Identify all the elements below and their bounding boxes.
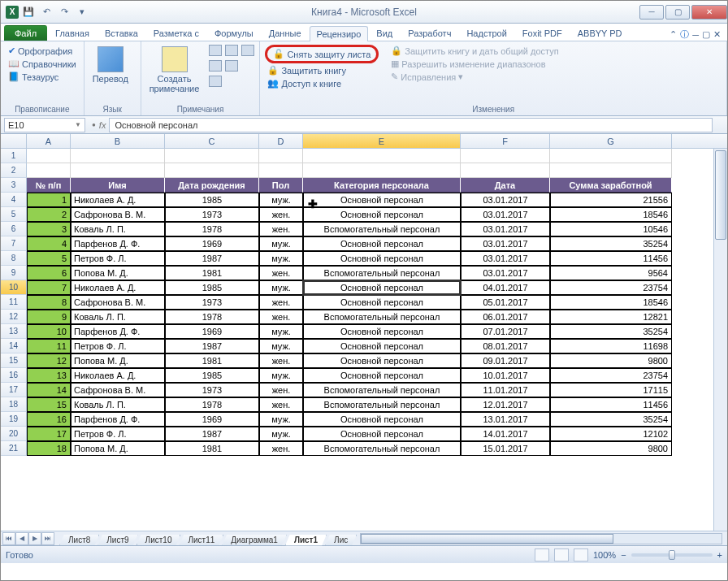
name-box[interactable]: E10 ▼ [4,118,85,132]
tab-abbyy pd[interactable]: ABBYY PD [570,25,630,41]
cell[interactable]: 13 [27,368,71,383]
cell[interactable]: 21556 [550,193,672,207]
zoom-out-button[interactable]: − [621,550,626,560]
cell[interactable]: 1987 [165,251,259,266]
cell[interactable]: 10.01.2017 [461,368,550,383]
sheet-tab[interactable]: Лист8 [59,535,99,546]
cell[interactable] [71,149,165,163]
row-header[interactable]: 16 [1,368,27,383]
table-header[interactable]: Имя [71,178,165,193]
cell[interactable]: 1969 [165,412,259,427]
row-header[interactable]: 10 [1,280,27,295]
new-comment-button[interactable]: Создать примечание [146,45,203,95]
row-header[interactable]: 19 [1,412,27,427]
cell[interactable] [550,163,672,178]
sheet-nav-next[interactable]: ▶ [28,532,41,545]
select-all-corner[interactable] [1,134,27,148]
cell[interactable]: Вспомогательный персонал [303,383,461,397]
col-header-C[interactable]: C [165,134,259,148]
cell[interactable]: Петров Ф. Л. [71,251,165,266]
tab-формулы[interactable]: Формулы [207,25,261,41]
name-dropdown-icon[interactable]: ▼ [75,121,81,128]
cell[interactable]: 23754 [550,280,672,295]
cell[interactable]: жен. [259,222,303,236]
cell[interactable]: 9800 [550,353,672,368]
cell[interactable]: 12.01.2017 [461,397,550,412]
cell[interactable]: 1981 [165,441,259,456]
cell[interactable]: 03.01.2017 [461,207,550,222]
minimize-button[interactable]: ─ [639,5,664,20]
row-header[interactable]: 18 [1,397,27,412]
horizontal-scrollbar[interactable] [360,533,722,544]
zoom-in-button[interactable]: + [717,550,722,560]
cell[interactable]: 13.01.2017 [461,412,550,427]
table-header[interactable]: Дата [461,178,550,193]
cell[interactable]: Попова М. Д. [71,441,165,456]
table-header[interactable]: Категория персонала [303,178,461,193]
cell[interactable]: 12 [27,353,71,368]
cell[interactable]: 1978 [165,222,259,236]
cell[interactable]: жен. [259,207,303,222]
row-header[interactable]: 3 [1,178,27,193]
cell[interactable] [165,149,259,163]
cell[interactable]: муж. [259,412,303,427]
cell[interactable] [461,149,550,163]
cell[interactable]: 7 [27,280,71,295]
cell[interactable]: 17 [27,427,71,441]
cell[interactable]: Основной персонал [303,251,461,266]
qat-redo-icon[interactable]: ↷ [56,4,72,20]
cell[interactable]: Парфенов Д. Ф. [71,412,165,427]
col-header-A[interactable]: A [27,134,71,148]
row-header[interactable]: 2 [1,163,27,178]
cell[interactable]: жен. [259,266,303,280]
col-header-G[interactable]: G [550,134,672,148]
cell[interactable]: Коваль Л. П. [71,397,165,412]
cell[interactable] [550,149,672,163]
cell[interactable]: 14 [27,383,71,397]
mdi-restore-icon[interactable]: ▢ [702,29,710,40]
research-button[interactable]: 📖Справочники [6,58,79,70]
row-header[interactable]: 17 [1,383,27,397]
cell[interactable]: жен. [259,441,303,456]
cell[interactable]: 12821 [550,310,672,324]
cell[interactable]: Основной персонал [303,193,461,207]
allow-ranges-button[interactable]: ▦Разрешить изменение диапазонов [388,58,561,70]
cell[interactable]: 14.01.2017 [461,427,550,441]
next-comment-icon[interactable] [241,45,254,56]
cell[interactable]: 05.01.2017 [461,295,550,310]
cell[interactable]: 1969 [165,236,259,251]
tab-вставка[interactable]: Вставка [98,25,145,41]
cell[interactable]: муж. [259,236,303,251]
cell[interactable]: Петров Ф. Л. [71,339,165,353]
cell[interactable]: муж. [259,324,303,339]
cell[interactable]: Основной персонал [303,339,461,353]
cell[interactable]: 3 [27,222,71,236]
cell[interactable]: 15.01.2017 [461,441,550,456]
cell[interactable]: 23754 [550,368,672,383]
cell[interactable]: 9 [27,310,71,324]
delete-comment-icon[interactable] [209,45,222,56]
row-header[interactable]: 1 [1,149,27,163]
cells-area[interactable]: ✚ № п/пИмяДата рожденияПолКатегория перс… [27,149,727,531]
cell[interactable]: 1973 [165,295,259,310]
sheet-tab[interactable]: Лист11 [179,535,223,546]
tab-главная[interactable]: Главная [48,25,97,41]
cell[interactable]: 10 [27,324,71,339]
share-workbook-button[interactable]: 👥Доступ к книге [265,77,379,89]
tab-рецензиро[interactable]: Рецензиро [310,26,369,41]
cell[interactable]: 03.01.2017 [461,193,550,207]
cell[interactable]: 11456 [550,251,672,266]
tab-foxit pdf[interactable]: Foxit PDF [515,25,570,41]
cell[interactable]: Сафронова В. М. [71,207,165,222]
formula-input[interactable]: Основной персонал [109,118,713,132]
table-header[interactable]: Дата рождения [165,178,259,193]
cell[interactable]: муж. [259,251,303,266]
zoom-thumb[interactable] [669,550,675,560]
cell[interactable]: 1973 [165,207,259,222]
cell[interactable] [259,149,303,163]
prev-comment-icon[interactable] [225,45,238,56]
cell[interactable]: 11 [27,339,71,353]
mdi-close-icon[interactable]: ✕ [713,29,721,40]
formula-dropdown-icon[interactable]: ● [92,121,96,128]
tab-вид[interactable]: Вид [369,25,400,41]
